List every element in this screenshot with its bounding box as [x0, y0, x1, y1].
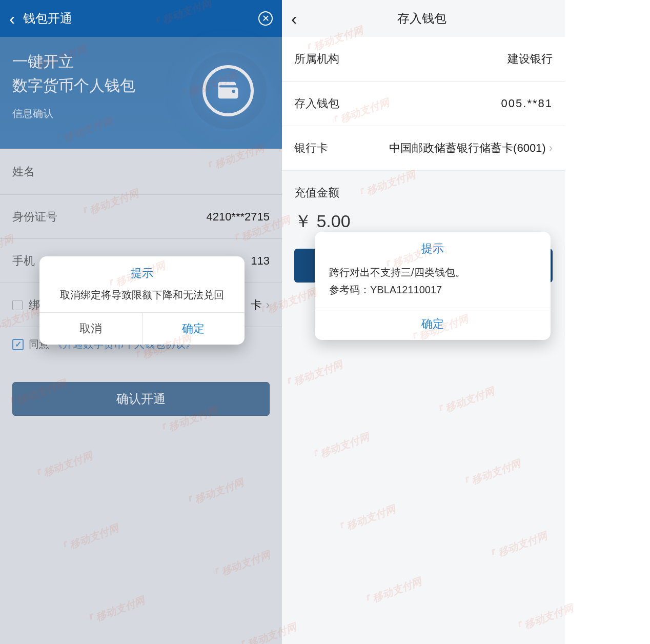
dialog-ok-button[interactable]: 确定 — [315, 308, 551, 340]
wallet-icon — [190, 52, 267, 129]
dialog-title: 提示 — [315, 232, 551, 263]
row-organization: 所属机构 建设银行 — [282, 37, 565, 81]
label: 身份证号 — [12, 209, 57, 225]
confirm-open-button[interactable]: 确认开通 — [12, 382, 270, 416]
row-wallet[interactable]: 存入钱包 005.**81 — [282, 82, 565, 126]
label: 手机 — [12, 253, 35, 269]
dialog-title: 提示 — [39, 256, 245, 286]
dialog-body: 取消绑定将导致限额下降和无法兑回 — [39, 286, 245, 312]
close-button[interactable]: ✕ — [258, 11, 273, 26]
dialog-ok-button[interactable]: 确定 — [143, 313, 245, 345]
amount-label: 充值金额 — [282, 171, 565, 200]
row-name[interactable]: 姓名 — [0, 149, 282, 195]
checkbox-bind-card[interactable] — [12, 300, 23, 310]
hero-banner: 一键开立 数字货币个人钱包 信息确认 — [0, 37, 282, 149]
screen-wallet-open: ‹ 钱包开通 ✕ 一键开立 数字货币个人钱包 信息确认 姓名 身份证号 4210… — [0, 0, 282, 644]
dialog-cancel-button[interactable]: 取消 — [39, 313, 143, 345]
row-bank-card[interactable]: 银行卡 中国邮政储蓄银行储蓄卡(6001) › — [282, 126, 565, 170]
left-header: ‹ 钱包开通 ✕ — [0, 0, 282, 37]
label: 姓名 — [12, 164, 35, 179]
right-header: ‹ 存入钱包 — [282, 0, 565, 37]
bank-card-value: 中国邮政储蓄银行储蓄卡(6001) — [389, 140, 546, 156]
label: 所属机构 — [294, 51, 339, 67]
dialog-line: 跨行对出不支持三/四类钱包。 — [329, 264, 536, 281]
checkbox-agree[interactable]: ✓ — [12, 339, 24, 350]
id-value: 4210***2715 — [206, 210, 270, 224]
label: 银行卡 — [294, 140, 328, 156]
unbind-warning-dialog: 提示 取消绑定将导致限额下降和无法兑回 取消 确定 — [39, 256, 245, 345]
page-title: 存入钱包 — [305, 10, 538, 27]
chevron-right-icon: › — [549, 142, 553, 155]
org-value: 建设银行 — [507, 51, 553, 67]
dialog-body: 跨行对出不支持三/四类钱包。 参考码：YBLA12110017 — [315, 263, 551, 308]
dialog-ref-code: 参考码：YBLA12110017 — [329, 281, 536, 298]
chevron-right-icon: › — [266, 298, 270, 312]
card-suffix: 卡 — [251, 297, 262, 313]
back-button[interactable]: ‹ — [291, 10, 305, 27]
page-title: 钱包开通 — [23, 10, 258, 27]
back-button[interactable]: ‹ — [9, 10, 23, 27]
wallet-number: 005.**81 — [501, 97, 553, 110]
phone-value: 113 — [251, 254, 270, 268]
label: 存入钱包 — [294, 96, 339, 111]
row-id[interactable]: 身份证号 4210***2715 — [0, 195, 282, 239]
deposit-error-dialog: 提示 跨行对出不支持三/四类钱包。 参考码：YBLA12110017 确定 — [315, 232, 551, 340]
